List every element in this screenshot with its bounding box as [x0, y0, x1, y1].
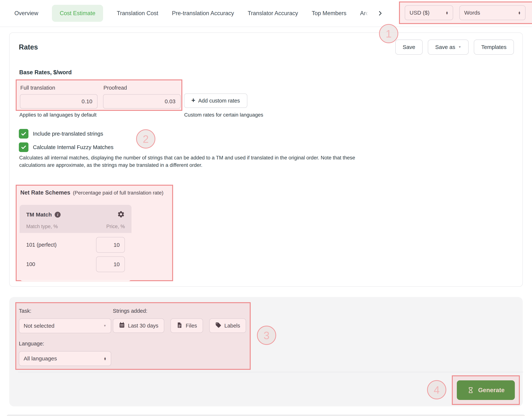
gear-icon[interactable] — [117, 210, 125, 219]
checkbox-checked-icon[interactable] — [19, 129, 28, 139]
language-select-value: All languages — [24, 355, 57, 362]
generate-button[interactable]: Generate — [457, 380, 515, 400]
language-select[interactable]: All languages ▲▼ — [19, 351, 111, 366]
rates-actions: Save Save as ▼ Templates — [395, 39, 514, 55]
calendar-icon — [119, 322, 125, 330]
tab-top-members[interactable]: Top Members — [312, 10, 346, 17]
file-icon — [176, 322, 183, 330]
option-label: Include pre-translated strings — [33, 131, 103, 137]
task-label: Task: — [19, 308, 113, 314]
caret-down-icon: ▼ — [103, 324, 106, 328]
option-label: Calculate Internal Fuzzy Matches — [33, 144, 114, 150]
annotation-step-2: 2 — [136, 129, 155, 149]
annotation-box-generate: Generate — [452, 375, 520, 405]
labels-filter-label: Labels — [224, 323, 240, 329]
generation-panel: Task: Not selected ▼ Strings added: Last — [9, 297, 523, 407]
tm-match-header: TM Match i Match type, % Price, % — [19, 205, 132, 233]
task-select[interactable]: Not selected ▼ — [19, 319, 111, 333]
tm-match-rows: 101 (perfect) 10 100 10 — [19, 233, 132, 272]
price-column-header: Price, % — [106, 224, 125, 229]
task-field: Task: Not selected ▼ — [19, 308, 113, 333]
generate-label: Generate — [478, 387, 504, 394]
full-translation-label: Full translation — [20, 85, 97, 91]
strings-added-label: Strings added: — [113, 308, 246, 314]
match-type-value: 101 (perfect) — [26, 242, 57, 248]
base-rates-helper-right: Custom rates for certain languages — [184, 112, 263, 118]
tm-match-title: TM Match — [26, 211, 52, 218]
proofread-field: Proofread 0.03 — [103, 83, 181, 110]
page-title: Rates — [19, 43, 38, 51]
table-row: 101 (perfect) 10 — [26, 237, 125, 253]
updown-arrows-icon: ▲▼ — [518, 11, 521, 14]
currency-select-value: USD ($) — [409, 9, 429, 16]
footer-divider — [18, 372, 523, 372]
tab-translator-accuracy[interactable]: Translator Accuracy — [248, 10, 298, 17]
net-rate-schemes-heading: Net Rate Schemes (Percentage paid of ful… — [19, 189, 169, 196]
date-range-button[interactable]: Last 30 days — [113, 319, 164, 333]
annotation-step-4: 4 — [427, 380, 446, 399]
chevron-right-icon[interactable] — [376, 9, 384, 17]
base-rates-heading: Base Rates, $/word — [19, 69, 72, 76]
date-range-label: Last 30 days — [128, 323, 158, 329]
templates-button[interactable]: Templates — [474, 39, 514, 55]
hourglass-icon — [467, 387, 474, 394]
updown-arrows-icon: ▲▼ — [446, 11, 448, 14]
full-translation-field: Full translation 0.10 — [20, 83, 97, 110]
net-rate-schemes-title: Net Rate Schemes — [20, 189, 70, 196]
language-label: Language: — [19, 341, 246, 347]
tab-translation-cost[interactable]: Translation Cost — [117, 10, 158, 17]
tag-icon — [215, 322, 221, 330]
caret-down-icon: ▼ — [458, 45, 461, 49]
net-rate-schemes-subtitle: (Percentage paid of full translation rat… — [73, 190, 163, 196]
unit-select[interactable]: Words ▲▼ — [459, 5, 525, 20]
full-translation-input[interactable]: 0.10 — [20, 94, 97, 109]
save-button[interactable]: Save — [395, 39, 423, 55]
tab-pre-translation-accuracy[interactable]: Pre-translation Accuracy — [172, 10, 234, 17]
currency-select[interactable]: USD ($) ▲▼ — [405, 5, 453, 20]
files-filter-button[interactable]: Files — [171, 319, 203, 333]
proofread-label: Proofread — [104, 85, 181, 91]
price-input[interactable]: 10 — [96, 256, 125, 272]
tab-cost-estimate[interactable]: Cost Estimate — [52, 5, 103, 22]
checkbox-checked-icon[interactable] — [19, 142, 28, 152]
proofread-input[interactable]: 0.03 — [103, 94, 181, 109]
tm-match-columns: Match type, % Price, % — [26, 224, 125, 229]
language-field: Language: All languages ▲▼ — [19, 341, 246, 366]
info-icon[interactable]: i — [55, 212, 61, 217]
plus-icon: + — [191, 97, 195, 104]
rates-card: Rates Save Save as ▼ Templates Base Rate… — [9, 32, 523, 287]
fuzzy-matches-description: Calculates all internal matches, display… — [19, 154, 372, 169]
updown-arrows-icon: ▲▼ — [104, 357, 106, 360]
annotation-step-1: 1 — [379, 24, 398, 43]
rates-card-header: Rates Save Save as ▼ Templates — [19, 39, 514, 55]
price-input[interactable]: 10 — [96, 237, 125, 253]
annotation-box-1: USD ($) ▲▼ Words ▲▼ — [399, 1, 532, 24]
labels-filter-button[interactable]: Labels — [209, 319, 246, 333]
cost-estimate-report-page: Overview Cost Estimate Translation Cost … — [0, 0, 532, 416]
add-custom-rates-label: Add custom rates — [198, 98, 240, 104]
unit-select-value: Words — [464, 9, 480, 16]
tm-match-card: TM Match i Match type, % Price, % — [19, 205, 132, 281]
files-filter-label: Files — [186, 323, 197, 329]
annotation-step-3: 3 — [257, 326, 276, 345]
save-as-button[interactable]: Save as ▼ — [428, 39, 469, 55]
task-select-value: Not selected — [24, 323, 55, 329]
option-calculate-fuzzy: Calculate Internal Fuzzy Matches — [19, 142, 114, 152]
save-as-label: Save as — [435, 44, 455, 50]
add-custom-rates-button[interactable]: + Add custom rates — [184, 94, 247, 108]
option-include-pretranslated: Include pre-translated strings — [19, 129, 103, 139]
strings-added-field: Strings added: Last 30 days — [113, 308, 246, 333]
tab-archive-truncated[interactable]: Arc — [360, 10, 369, 17]
annotation-box-filters: Task: Not selected ▼ Strings added: Last — [15, 302, 251, 370]
tab-overview[interactable]: Overview — [14, 10, 38, 17]
match-type-value: 100 — [26, 261, 35, 267]
tm-match-title-group: TM Match i — [26, 211, 61, 218]
annotation-box-net-rate-schemes: Net Rate Schemes (Percentage paid of ful… — [16, 185, 173, 281]
next-section-edge — [7, 415, 525, 416]
annotation-box-base-rates: Full translation 0.10 Proofread 0.03 — [16, 79, 182, 111]
match-type-column-header: Match type, % — [26, 224, 58, 229]
table-row: 100 10 — [26, 256, 125, 272]
base-rates-helper-left: Applies to all languages by default — [19, 112, 96, 118]
